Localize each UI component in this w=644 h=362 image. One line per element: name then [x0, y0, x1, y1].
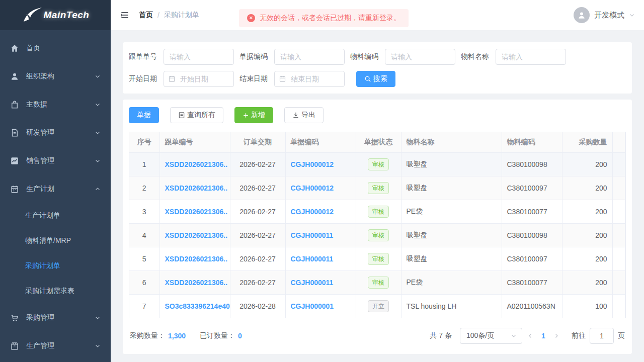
- cell-material-name: PE袋: [401, 271, 502, 295]
- bag-icon: [10, 100, 19, 109]
- sidebar-item-label: 组织架构: [26, 72, 54, 81]
- goto-page-input[interactable]: [590, 328, 614, 344]
- cell-due-date: 2026-02-27: [230, 271, 285, 295]
- collapse-menu-icon[interactable]: [120, 10, 130, 20]
- cell-due-date: 2026-02-27: [230, 176, 285, 200]
- sidebar-item-org[interactable]: 组织架构: [0, 62, 111, 90]
- sidebar-item-home[interactable]: 首页: [0, 34, 111, 62]
- table-row[interactable]: 4 XSDD2026021306.. 2026-02-27 CGJH000011…: [129, 224, 625, 247]
- query-all-button[interactable]: 查询所有: [170, 107, 223, 123]
- filter-row-2: 开始日期 结束日期: [129, 71, 626, 87]
- goto-label: 前往: [572, 331, 586, 340]
- table-row[interactable]: 1 XSDD2026021306.. 2026-02-27 CGJH000012…: [129, 153, 625, 176]
- status-badge: 审核: [368, 253, 389, 265]
- order-no-input[interactable]: [164, 49, 234, 65]
- main-area: 首页 / 采购计划单 ✕ 无效的会话，或者会话已过期，请重新登录。 开发模式: [111, 0, 644, 362]
- table-row[interactable]: 2 XSDD2026021306.. 2026-02-27 CGJH000012…: [129, 176, 625, 200]
- table-row[interactable]: 7 SO3c833396214e40 2026-02-28 CGJH000001…: [129, 295, 625, 318]
- sidebar-subitem-bom-mrp[interactable]: 物料清单/MRP: [0, 228, 111, 253]
- user-menu[interactable]: 开发模式: [574, 7, 635, 23]
- search-button[interactable]: 搜索: [356, 71, 395, 87]
- table-panel: 单据 查询所有 新增 导出: [123, 100, 632, 354]
- sidebar-subitem-label: 生产计划单: [25, 211, 60, 220]
- sidebar-item-master-data[interactable]: 主数据: [0, 90, 111, 119]
- prev-page-button[interactable]: [522, 333, 538, 339]
- doc-code-link[interactable]: CGJH000011: [291, 255, 334, 263]
- order-no-link[interactable]: XSDD2026021306..: [165, 231, 228, 239]
- cell-material-code: C380100098: [502, 224, 562, 247]
- chevron-down-icon: [95, 102, 101, 108]
- user-name: 开发模式: [594, 11, 624, 20]
- cell-spacer: [612, 247, 625, 271]
- end-date-input[interactable]: [274, 71, 345, 87]
- col-header-qty: 采购数量: [562, 132, 612, 153]
- chevron-right-icon: [553, 333, 559, 339]
- sidebar-subitem-production-plan-order[interactable]: 生产计划单: [0, 203, 111, 228]
- filter-field-material-name: 物料名称: [461, 49, 566, 65]
- col-header-material-name: 物料名称: [401, 132, 502, 153]
- sidebar-item-label: 主数据: [26, 100, 47, 109]
- purchase-plan-table: 序号 跟单编号 订单交期 单据编码 单据状态 物料名称 物料编码 采购数量: [129, 132, 626, 318]
- package-icon: [10, 341, 19, 350]
- field-label: 结束日期: [239, 74, 268, 83]
- sidebar-subitem-purchase-plan-order[interactable]: 采购计划单: [0, 253, 111, 279]
- material-name-input[interactable]: [496, 49, 566, 65]
- col-header-due-date: 订单交期: [230, 132, 285, 153]
- order-no-link[interactable]: XSDD2026021306..: [165, 255, 228, 263]
- export-button[interactable]: 导出: [284, 107, 324, 123]
- status-badge: 审核: [368, 206, 389, 218]
- cell-seq: 2: [129, 176, 159, 200]
- order-no-link[interactable]: XSDD2026021306..: [165, 184, 228, 192]
- sidebar-item-purchasing[interactable]: 采购管理: [0, 304, 111, 332]
- page-size-select[interactable]: 100条/页: [460, 328, 522, 344]
- sidebar-item-rnd[interactable]: 研发管理: [0, 119, 111, 147]
- cell-qty: 200: [562, 153, 612, 176]
- page-number[interactable]: 1: [538, 332, 548, 340]
- doc-code-input[interactable]: [274, 49, 345, 65]
- sidebar-item-production-plan[interactable]: 生产计划: [0, 175, 111, 203]
- cell-spacer: [612, 224, 625, 247]
- next-page-button[interactable]: [548, 333, 565, 339]
- order-no-link[interactable]: SO3c833396214e40: [165, 302, 230, 310]
- table-row[interactable]: 6 XSDD2026021306.. 2026-02-27 CGJH000011…: [129, 271, 625, 295]
- col-header-spacer: [612, 132, 625, 153]
- cell-due-date: 2026-02-27: [230, 153, 285, 176]
- page-unit-label: 页: [618, 331, 625, 340]
- sidebar-item-sales[interactable]: 销售管理: [0, 147, 111, 175]
- chevron-down-icon: [629, 12, 635, 18]
- cell-due-date: 2026-02-27: [230, 224, 285, 247]
- cell-qty: 200: [562, 247, 612, 271]
- cell-material-name: 吸塑盘: [401, 153, 502, 176]
- col-header-seq: 序号: [129, 132, 159, 153]
- doc-code-link[interactable]: CGJH000011: [291, 279, 334, 287]
- add-button[interactable]: 新增: [234, 107, 273, 123]
- chevron-down-icon: [95, 315, 101, 321]
- doc-code-link[interactable]: CGJH000012: [291, 160, 334, 168]
- avatar: [574, 7, 590, 23]
- order-no-link[interactable]: XSDD2026021306..: [165, 208, 228, 216]
- doc-code-link[interactable]: CGJH000012: [291, 184, 334, 192]
- cell-material-name: 吸塑盘: [401, 176, 502, 200]
- table-row[interactable]: 3 XSDD2026021306.. 2026-02-27 CGJH000012…: [129, 200, 625, 224]
- topbar: 首页 / 采购计划单 ✕ 无效的会话，或者会话已过期，请重新登录。 开发模式: [111, 0, 644, 30]
- field-label: 物料名称: [461, 52, 489, 61]
- start-date-input[interactable]: [164, 71, 234, 87]
- filter-panel: 跟单单号 单据编码 物料编码 物料名称: [123, 42, 632, 94]
- doc-code-link[interactable]: CGJH000011: [291, 231, 334, 239]
- order-no-link[interactable]: XSDD2026021306..: [165, 160, 228, 168]
- document-list-icon: [178, 112, 185, 119]
- breadcrumb-home[interactable]: 首页: [139, 11, 153, 20]
- purchase-qty-stat: 采购数量： 1,300: [130, 331, 186, 340]
- sidebar: MainTech 首页 组织架构 主数据 研发管理: [0, 0, 111, 362]
- order-no-link[interactable]: XSDD2026021306..: [165, 279, 228, 287]
- table-row[interactable]: 5 XSDD2026021306.. 2026-02-27 CGJH000011…: [129, 247, 625, 271]
- doc-code-link[interactable]: CGJH000012: [291, 208, 334, 216]
- sidebar-item-label: 销售管理: [26, 156, 54, 165]
- doc-code-link[interactable]: CGJH000001: [291, 302, 334, 310]
- sidebar-item-manufacturing[interactable]: 生产管理: [0, 332, 111, 360]
- material-code-input[interactable]: [385, 49, 455, 65]
- sidebar-subitem-purchase-plan-demand[interactable]: 采购计划需求表: [0, 279, 111, 304]
- cell-due-date: 2026-02-27: [230, 247, 285, 271]
- filter-field-start-date: 开始日期: [129, 71, 234, 87]
- doc-view-button[interactable]: 单据: [129, 107, 159, 123]
